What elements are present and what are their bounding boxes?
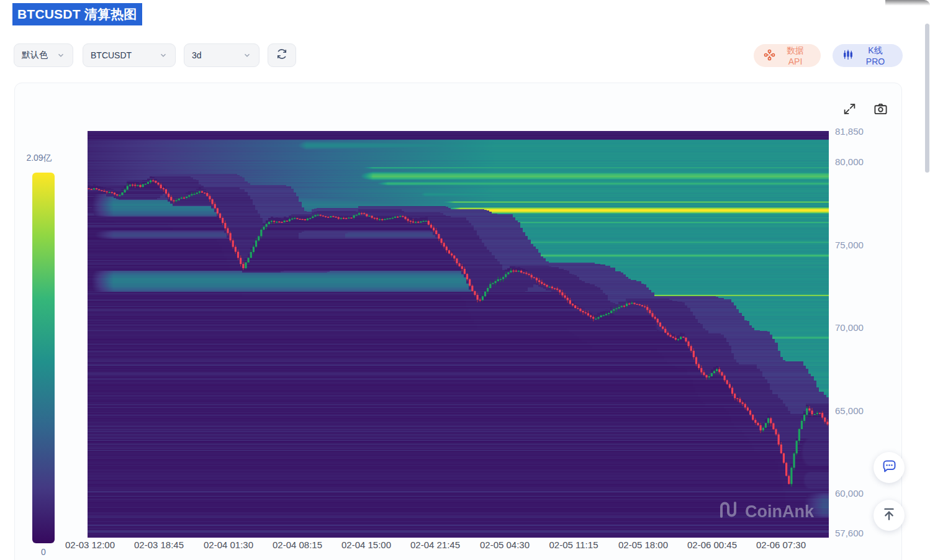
page-scrollbar[interactable] [925,24,929,173]
time-tick-label: 02-05 18:00 [618,540,668,550]
price-tick-label: 75,000 [835,239,864,250]
chat-icon [881,458,898,477]
price-tick-label: 81,850 [835,126,864,137]
price-tick-label: 57,600 [835,528,864,538]
refresh-icon [276,48,288,63]
time-tick-label: 02-03 18:45 [134,540,184,550]
chevron-down-icon [243,51,251,60]
kline-pro-button[interactable]: K线 PRO [833,44,903,67]
time-tick-label: 02-04 21:45 [410,540,460,550]
chevron-down-icon [56,51,65,60]
interval-select[interactable]: 3d [184,43,260,67]
time-tick-label: 02-03 12:00 [65,540,115,550]
kline-icon [842,49,854,62]
page-title: BTCUSDT 清算热图 [12,3,142,25]
data-api-button[interactable]: 数据API [754,44,821,67]
symbol-value: BTCUSDT [91,50,132,60]
symbol-select[interactable]: BTCUSDT [83,43,176,67]
data-api-label: 数据API [780,45,811,66]
chevron-down-icon [159,51,168,60]
window-corner-artifact [885,0,930,6]
colorbar-gradient [32,173,55,543]
back-to-top-icon [881,506,897,525]
colorbar-min-label: 0 [32,547,55,557]
refresh-button[interactable] [268,43,296,67]
interval-value: 3d [192,50,202,60]
price-tick-label: 70,000 [835,322,864,333]
price-tick-label: 60,000 [835,488,864,499]
price-tick-label: 65,000 [835,405,864,415]
liquidation-heatmap-canvas[interactable] [88,131,829,538]
time-tick-label: 02-05 04:30 [480,540,530,550]
price-tick-label: 80,000 [835,156,864,167]
liquidation-heatmap-page: BTCUSDT 清算热图 默认色 BTCUSDT 3d [0,0,930,560]
kline-pro-label: K线 PRO [858,45,893,66]
chat-button[interactable] [874,452,905,483]
time-tick-label: 02-05 11:15 [549,540,598,550]
time-tick-label: 02-06 07:30 [756,540,806,550]
api-icon [764,49,775,63]
fullscreen-icon[interactable] [843,102,856,115]
color-scheme-select[interactable]: 默认色 [14,43,73,67]
camera-icon[interactable] [874,102,888,116]
time-tick-label: 02-06 00:45 [687,540,737,550]
back-to-top-button[interactable] [874,500,905,531]
time-tick-label: 02-04 01:30 [204,540,253,550]
time-tick-label: 02-04 15:00 [341,540,391,550]
time-tick-label: 02-04 08:15 [273,540,322,550]
colorbar-max-label: 2.09亿 [14,153,64,164]
color-scheme-value: 默认色 [22,50,48,61]
